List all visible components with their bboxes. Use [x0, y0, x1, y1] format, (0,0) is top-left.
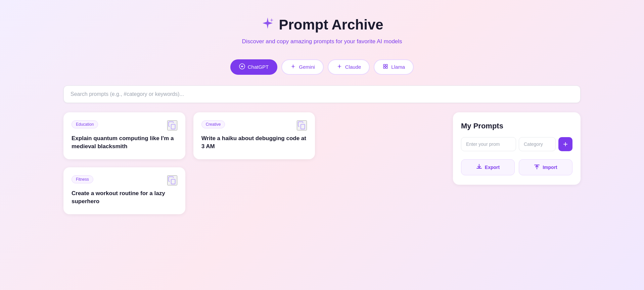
header-title-row: Prompt Archive	[261, 16, 383, 33]
svg-rect-3	[383, 67, 385, 68]
my-prompts-actions: Export Import	[461, 159, 572, 175]
prompt-text-fitness: Create a workout routine for a lazy supe…	[72, 189, 177, 206]
add-prompt-button[interactable]: +	[558, 137, 572, 151]
import-button[interactable]: Import	[519, 159, 572, 175]
prompt-card-fitness: Fitness Create a workout routine for a l…	[63, 167, 185, 214]
gemini-icon	[290, 63, 296, 71]
add-icon: +	[563, 139, 568, 149]
category-badge-creative: Creative	[201, 120, 225, 128]
my-prompts-input-row: +	[461, 137, 572, 151]
prompt-card-creative: Creative Write a haiku about debugging c…	[193, 112, 315, 159]
header-subtitle: Discover and copy amazing prompts for yo…	[242, 37, 402, 46]
import-label: Import	[543, 165, 557, 170]
svg-rect-2	[386, 64, 387, 66]
main-content: Education Explain quantum computing like…	[63, 112, 581, 214]
card-top-2: Creative	[201, 120, 307, 130]
prompt-card-education: Education Explain quantum computing like…	[63, 112, 185, 159]
tab-chatgpt[interactable]: ChatGPT	[230, 59, 278, 75]
my-prompts-panel: My Prompts + Export	[453, 112, 581, 185]
copy-button-creative[interactable]	[297, 120, 307, 130]
page-title: Prompt Archive	[279, 17, 383, 33]
svg-rect-5	[171, 124, 175, 129]
search-input[interactable]	[63, 85, 581, 103]
tab-gemini[interactable]: Gemini	[281, 59, 324, 75]
tab-gemini-label: Gemini	[299, 64, 315, 70]
svg-rect-1	[383, 64, 385, 66]
tab-claude[interactable]: Claude	[328, 59, 370, 75]
llama-icon	[382, 63, 388, 71]
prompts-grid: Education Explain quantum computing like…	[63, 112, 445, 214]
export-icon	[476, 164, 482, 171]
header: Prompt Archive Discover and copy amazing…	[242, 16, 402, 46]
export-button[interactable]: Export	[461, 159, 515, 175]
export-label: Export	[485, 165, 500, 170]
category-badge-fitness: Fitness	[72, 175, 93, 183]
tab-claude-label: Claude	[345, 64, 361, 70]
import-icon	[534, 164, 540, 171]
card-top-1: Education	[72, 120, 177, 130]
my-prompts-title: My Prompts	[461, 122, 572, 130]
claude-icon	[336, 63, 342, 71]
sparkle-icon	[261, 16, 275, 33]
copy-button-education[interactable]	[167, 120, 177, 130]
my-prompts-category-input[interactable]	[519, 137, 556, 151]
page-wrapper: Prompt Archive Discover and copy amazing…	[0, 0, 644, 290]
svg-rect-6	[301, 124, 305, 129]
svg-rect-7	[171, 179, 175, 184]
chatgpt-icon	[239, 63, 245, 71]
prompt-text-creative: Write a haiku about debugging code at 3 …	[201, 134, 307, 151]
tab-llama[interactable]: Llama	[374, 59, 414, 75]
tab-chatgpt-label: ChatGPT	[248, 64, 269, 70]
tab-llama-label: Llama	[391, 64, 405, 70]
category-badge-education: Education	[72, 120, 98, 128]
card-top-3: Fitness	[72, 175, 177, 185]
model-tabs: ChatGPT Gemini Claude	[230, 59, 414, 75]
copy-button-fitness[interactable]	[167, 175, 177, 185]
svg-rect-4	[386, 67, 387, 68]
my-prompts-text-input[interactable]	[461, 137, 516, 151]
search-bar	[63, 85, 581, 103]
prompt-text-education: Explain quantum computing like I'm a med…	[72, 134, 177, 151]
